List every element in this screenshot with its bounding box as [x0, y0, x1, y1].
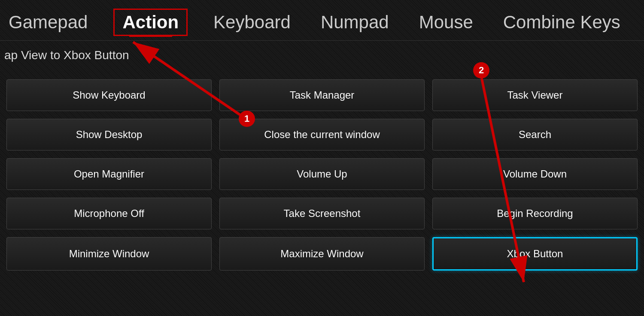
subtitle: ap View to Xbox Button	[0, 41, 644, 66]
nav-tabs: Gamepad Action Keyboard Numpad Mouse Com…	[0, 0, 644, 41]
tab-action[interactable]: Action	[113, 9, 188, 36]
btn-search[interactable]: Search	[432, 119, 638, 150]
btn-take-screenshot[interactable]: Take Screenshot	[219, 198, 425, 229]
btn-show-desktop[interactable]: Show Desktop	[6, 119, 212, 150]
btn-volume-down[interactable]: Volume Down	[432, 158, 638, 190]
btn-minimize-window[interactable]: Minimize Window	[6, 237, 212, 271]
badge-1: 1	[239, 111, 255, 127]
btn-task-viewer[interactable]: Task Viewer	[432, 79, 638, 111]
tab-mouse[interactable]: Mouse	[415, 10, 477, 35]
btn-maximize-window[interactable]: Maximize Window	[219, 237, 425, 271]
btn-microphone-off[interactable]: Microphone Off	[6, 198, 212, 229]
btn-task-manager[interactable]: Task Manager	[219, 79, 425, 111]
tab-numpad[interactable]: Numpad	[316, 10, 393, 35]
tab-combine-keys[interactable]: Combine Keys	[499, 10, 625, 35]
tab-gamepad[interactable]: Gamepad	[4, 10, 92, 35]
btn-open-magnifier[interactable]: Open Magnifier	[6, 158, 212, 190]
badge-2: 2	[473, 62, 489, 78]
btn-show-keyboard[interactable]: Show Keyboard	[6, 79, 212, 111]
tab-keyboard[interactable]: Keyboard	[209, 10, 295, 35]
button-grid: Show Keyboard Task Manager Task Viewer S…	[0, 71, 644, 279]
btn-volume-up[interactable]: Volume Up	[219, 158, 425, 190]
btn-begin-recording[interactable]: Begin Recording	[432, 198, 638, 229]
btn-xbox-button[interactable]: Xbox Button	[432, 237, 638, 271]
